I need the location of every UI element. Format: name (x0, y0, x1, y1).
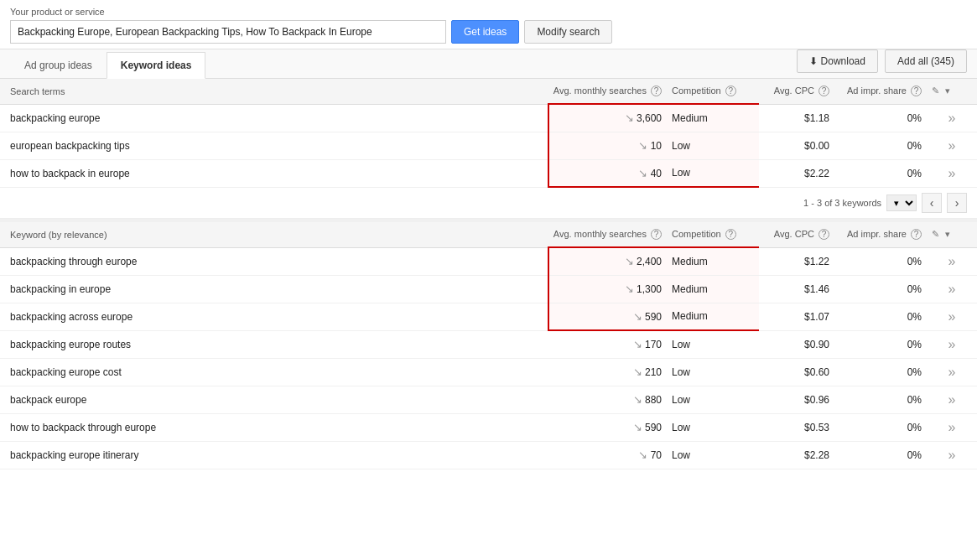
cpc-cell: $0.53 (759, 413, 834, 441)
ad-share-cell: 0% (834, 247, 927, 275)
help-icon-comp-2[interactable]: ? (725, 229, 736, 240)
add-cell: » (927, 104, 977, 132)
add-icon[interactable]: » (948, 337, 956, 351)
col-header-action-2: ✎ ▾ (927, 222, 977, 247)
help-icon-adshare-1[interactable]: ? (911, 86, 922, 96)
help-icon-adshare-2[interactable]: ? (911, 229, 922, 240)
pagination-search-terms: 1 - 3 of 3 keywords ▾ ‹ › (0, 188, 977, 219)
ad-share-cell: 0% (834, 358, 927, 386)
cpc-cell: $1.46 (759, 275, 834, 303)
add-cell: » (927, 358, 977, 386)
table-row: how to backpack in europe ↘ 40 Low $2.22… (0, 159, 977, 187)
keyword-cell: how to backpack through europe (0, 413, 548, 441)
col-header-cpc-2: Avg. CPC ? (759, 222, 834, 247)
col-header-ad-share-1: Ad impr. share ? (834, 79, 927, 104)
tab-ad-group[interactable]: Ad group ideas (10, 51, 107, 78)
ad-share-cell: 0% (834, 132, 927, 159)
add-cell: » (927, 386, 977, 413)
chart-icon: ↘ (633, 393, 642, 406)
page-select[interactable]: ▾ (886, 194, 917, 211)
keyword-ideas-table: Keyword (by relevance) Avg. monthly sear… (0, 222, 977, 469)
competition-cell: Medium (667, 303, 759, 330)
modify-search-button[interactable]: Modify search (524, 20, 612, 44)
keyword-cell: backpacking across europe (0, 303, 548, 330)
avg-cell: ↘ 880 (548, 386, 667, 413)
add-icon[interactable]: » (948, 254, 956, 268)
cpc-cell: $0.96 (759, 386, 834, 413)
tab-keyword-ideas[interactable]: Keyword ideas (107, 52, 206, 79)
pencil-icon-2[interactable]: ✎ (932, 229, 939, 239)
add-all-button[interactable]: Add all (345) (885, 49, 967, 73)
help-icon-avg-2[interactable]: ? (651, 229, 662, 240)
add-icon[interactable]: » (948, 448, 956, 462)
dropdown-arrow-1[interactable]: ▾ (945, 86, 950, 96)
competition-cell: Low (667, 358, 759, 386)
table-row: backpacking across europe ↘ 590 Medium $… (0, 303, 977, 330)
col-header-cpc-1: Avg. CPC ? (759, 79, 834, 104)
col-header-keyword-relevance: Keyword (by relevance) (0, 222, 548, 247)
avg-cell: ↘ 1,300 (548, 275, 667, 303)
add-icon[interactable]: » (948, 166, 956, 180)
add-cell: » (927, 330, 977, 358)
table-row: backpacking europe ↘ 3,600 Medium $1.18 … (0, 104, 977, 132)
table-row: backpacking europe cost ↘ 210 Low $0.60 … (0, 358, 977, 386)
competition-cell: Low (667, 132, 759, 159)
add-icon[interactable]: » (948, 365, 956, 379)
chart-icon: ↘ (633, 338, 642, 350)
cpc-cell: $1.07 (759, 303, 834, 330)
keyword-cell: backpacking europe (0, 104, 548, 132)
add-icon[interactable]: » (948, 282, 956, 296)
search-input[interactable] (10, 20, 446, 44)
keyword-cell: backpacking europe cost (0, 358, 548, 386)
keyword-cell: backpacking europe itinerary (0, 441, 548, 469)
cpc-cell: $2.22 (759, 159, 834, 187)
chart-icon: ↘ (625, 255, 634, 267)
col-header-ad-share-2: Ad impr. share ? (834, 222, 927, 247)
keyword-ideas-section: Keyword (by relevance) Avg. monthly sear… (0, 222, 977, 469)
keyword-cell: backpacking in europe (0, 275, 548, 303)
help-icon-cpc-2[interactable]: ? (818, 229, 829, 240)
help-icon-avg-1[interactable]: ? (651, 86, 662, 96)
avg-cell: ↘ 10 (548, 132, 667, 159)
download-icon: ⬇ (809, 55, 818, 67)
add-icon[interactable]: » (948, 420, 956, 434)
add-cell: » (927, 441, 977, 469)
get-ideas-button[interactable]: Get ideas (451, 20, 519, 44)
top-bar: Your product or service Get ideas Modify… (0, 0, 977, 79)
ad-share-cell: 0% (834, 330, 927, 358)
next-page-button[interactable]: › (947, 193, 967, 213)
search-terms-header-row: Search terms Avg. monthly searches ? Com… (0, 79, 977, 104)
download-button[interactable]: ⬇ Download (797, 49, 878, 73)
add-cell: » (927, 159, 977, 187)
cpc-cell: $1.22 (759, 247, 834, 275)
avg-cell: ↘ 3,600 (548, 104, 667, 132)
add-icon[interactable]: » (948, 138, 956, 153)
competition-cell: Medium (667, 247, 759, 275)
add-icon[interactable]: » (948, 111, 956, 125)
competition-cell: Low (667, 386, 759, 413)
help-icon-cpc-1[interactable]: ? (818, 86, 829, 96)
cpc-cell: $0.00 (759, 132, 834, 159)
ad-share-cell: 0% (834, 104, 927, 132)
search-terms-section: Search terms Avg. monthly searches ? Com… (0, 79, 977, 219)
help-icon-comp-1[interactable]: ? (725, 86, 736, 96)
cpc-cell: $0.90 (759, 330, 834, 358)
dropdown-arrow-2[interactable]: ▾ (945, 229, 950, 239)
competition-cell: Low (667, 330, 759, 358)
pencil-icon-1[interactable]: ✎ (932, 86, 939, 96)
table-row: backpack europe ↘ 880 Low $0.96 0% » (0, 386, 977, 413)
add-cell: » (927, 303, 977, 330)
col-header-action-1: ✎ ▾ (927, 79, 977, 104)
prev-page-button[interactable]: ‹ (922, 193, 942, 213)
col-header-competition-2: Competition ? (667, 222, 759, 247)
table-row: european backpacking tips ↘ 10 Low $0.00… (0, 132, 977, 159)
table-row: backpacking europe routes ↘ 170 Low $0.9… (0, 330, 977, 358)
keyword-cell: backpacking through europe (0, 247, 548, 275)
col-header-competition-1: Competition ? (667, 79, 759, 104)
add-cell: » (927, 413, 977, 441)
add-icon[interactable]: » (948, 392, 956, 407)
keyword-cell: backpacking europe routes (0, 330, 548, 358)
keyword-cell: backpack europe (0, 386, 548, 413)
product-label: Your product or service (10, 7, 967, 17)
add-icon[interactable]: » (948, 309, 956, 324)
